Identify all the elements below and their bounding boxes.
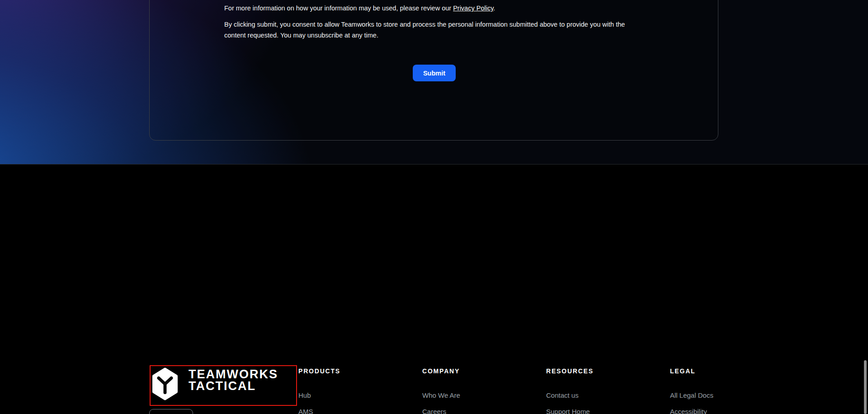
footer-column-header: LEGAL: [670, 367, 794, 375]
privacy-notice-suffix: .: [493, 5, 495, 12]
sign-in-button[interactable]: SIGN IN: [149, 409, 193, 414]
footer-link-who-we-are[interactable]: Who We Are: [422, 392, 546, 399]
footer-link-ams[interactable]: AMS: [298, 408, 422, 414]
form-disclaimer: For more information on how your informa…: [224, 3, 631, 41]
submit-button[interactable]: Submit: [413, 65, 456, 81]
footer-column-products: PRODUCTSHubAMSNutrition: [298, 367, 422, 414]
footer-column-resources: RESOURCESContact usSupport HomeLearning …: [546, 367, 670, 414]
footer-column-header: COMPANY: [422, 367, 546, 375]
teamworks-hexagon-logo-icon: [151, 367, 179, 402]
consent-notice: By clicking submit, you consent to allow…: [224, 19, 631, 41]
brand-wordmark-line2: TACTICAL: [189, 380, 278, 392]
privacy-notice-line: For more information on how your informa…: [224, 3, 631, 14]
privacy-policy-link[interactable]: Privacy Policy: [453, 5, 493, 12]
site-footer: TEAMWORKS TACTICAL SIGN IN (202) 875-893…: [0, 164, 868, 414]
brand-wordmark: TEAMWORKS TACTICAL: [189, 368, 278, 392]
footer-link-contact-us[interactable]: Contact us: [546, 392, 670, 399]
brand-logo[interactable]: TEAMWORKS TACTICAL: [151, 367, 278, 402]
contact-form-section: For more information on how your informa…: [0, 0, 868, 164]
privacy-notice-prefix: For more information on how your informa…: [224, 5, 453, 12]
footer-column-header: RESOURCES: [546, 367, 670, 375]
footer-link-hub[interactable]: Hub: [298, 392, 422, 399]
footer-link-all-legal-docs[interactable]: All Legal Docs: [670, 392, 794, 399]
footer-column-company: COMPANYWho We AreCareers: [422, 367, 546, 414]
footer-link-support-home[interactable]: Support Home: [546, 408, 670, 414]
footer-link-careers[interactable]: Careers: [422, 408, 546, 414]
brand-wordmark-line1: TEAMWORKS: [189, 368, 278, 380]
footer-link-columns: PRODUCTSHubAMSNutritionCOMPANYWho We Are…: [298, 367, 794, 414]
page: For more information on how your informa…: [0, 0, 868, 414]
vertical-scrollbar-thumb[interactable]: [864, 360, 867, 414]
footer-column-legal: LEGALAll Legal DocsAccessibilityPrivacy …: [670, 367, 794, 414]
footer-column-header: PRODUCTS: [298, 367, 422, 375]
footer-link-accessibility[interactable]: Accessibility: [670, 408, 794, 414]
